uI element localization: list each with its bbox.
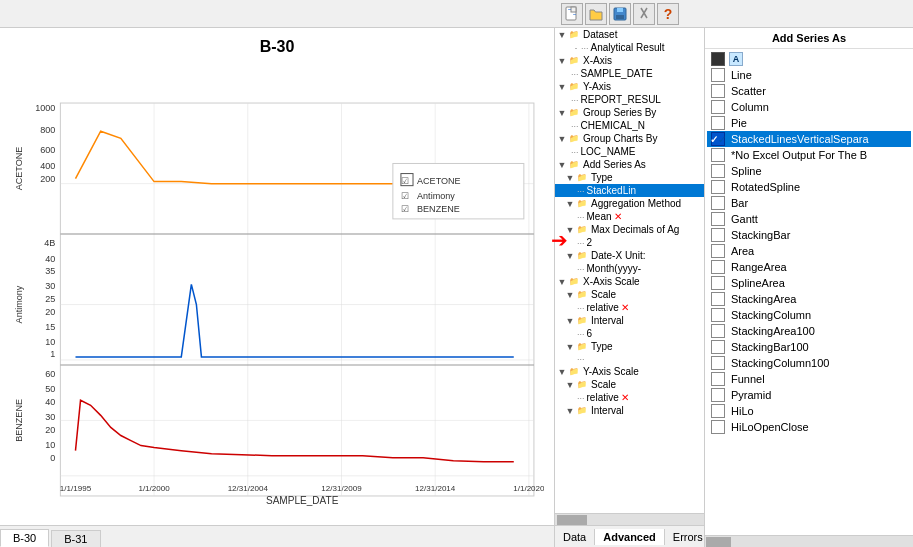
series-checkbox[interactable] <box>711 196 725 210</box>
series-row-pie[interactable]: Pie <box>707 115 911 131</box>
series-row-hilo[interactable]: HiLo <box>707 403 911 419</box>
series-row-area[interactable]: Area <box>707 243 911 259</box>
scrollbar-thumb[interactable] <box>557 515 587 525</box>
series-row-stackedlines[interactable]: ✓ StackedLinesVerticalSepara <box>707 131 911 147</box>
series-row-stackingarea100[interactable]: StackingArea100 <box>707 323 911 339</box>
series-row-scatter[interactable]: Scatter <box>707 83 911 99</box>
tree-label: Scale <box>591 289 616 300</box>
series-checkbox[interactable] <box>711 116 725 130</box>
series-row-line[interactable]: Line <box>707 67 911 83</box>
cut-button[interactable] <box>633 3 655 25</box>
series-row-stackingbar100[interactable]: StackingBar100 <box>707 339 911 355</box>
series-row-funnel[interactable]: Funnel <box>707 371 911 387</box>
series-row-spline[interactable]: Spline <box>707 163 911 179</box>
tree-node-xtype[interactable]: ▼ 📁 Type <box>555 340 704 353</box>
series-checkbox[interactable] <box>711 244 725 258</box>
series-scrollbar[interactable] <box>705 535 913 547</box>
tree-tab-data[interactable]: Data <box>555 529 595 545</box>
tree-node-datexunit[interactable]: ▼ 📁 Date-X Unit: <box>555 249 704 262</box>
delete-icon[interactable]: ✕ <box>621 302 629 313</box>
tree-node-groupseries[interactable]: ▼ 📁 Group Series By <box>555 106 704 119</box>
tree-node-locname[interactable]: ··· LOC_NAME <box>555 145 704 158</box>
tree-node-dataset[interactable]: ▼ 📁 Dataset <box>555 28 704 41</box>
tree-node-month[interactable]: ··· Month(yyyy- <box>555 262 704 275</box>
series-checkbox[interactable] <box>711 148 725 162</box>
series-checkbox[interactable] <box>711 212 725 226</box>
series-row-rotatedspline[interactable]: RotatedSpline <box>707 179 911 195</box>
new-button[interactable] <box>561 3 583 25</box>
tree-node-xaxis[interactable]: ▼ 📁 X-Axis <box>555 54 704 67</box>
svg-text:4B: 4B <box>44 238 55 248</box>
tree-tab-errors[interactable]: Errors <box>665 529 705 545</box>
series-checkbox[interactable] <box>711 164 725 178</box>
series-row-hiloopenclose[interactable]: HiLoOpenClose <box>707 419 911 435</box>
delete-icon[interactable]: ✕ <box>621 392 629 403</box>
tree-node-groupcharts[interactable]: ▼ 📁 Group Charts By <box>555 132 704 145</box>
tree-tab-advanced[interactable]: Advanced <box>595 529 665 545</box>
series-checkbox[interactable] <box>711 420 725 434</box>
tree-node-xtype-val[interactable]: ··· <box>555 353 704 365</box>
delete-icon[interactable]: ✕ <box>614 211 622 222</box>
series-checkbox[interactable] <box>711 100 725 114</box>
tree-node-analytical[interactable]: · ··· Analytical Result <box>555 41 704 54</box>
tree-node-yaxis[interactable]: ▼ 📁 Y-Axis <box>555 80 704 93</box>
tree-node-yinterval[interactable]: ▼ 📁 Interval <box>555 404 704 417</box>
series-checkbox[interactable] <box>711 324 725 338</box>
tree-node-maxdecimals[interactable]: ▼ 📁 Max Decimals of Ag <box>555 223 704 236</box>
series-checkbox[interactable] <box>711 276 725 290</box>
series-row-pyramid[interactable]: Pyramid <box>707 387 911 403</box>
tree-node-aggregation[interactable]: ▼ 📁 Aggregation Method <box>555 197 704 210</box>
tree-node-yscale[interactable]: ▼ 📁 Y-Axis Scale <box>555 365 704 378</box>
series-scrollbar-thumb[interactable] <box>706 537 731 547</box>
series-checkbox[interactable] <box>711 404 725 418</box>
series-row-column[interactable]: Column <box>707 99 911 115</box>
tree-node-yscale-scale[interactable]: ▼ 📁 Scale <box>555 378 704 391</box>
tree-node-relative2[interactable]: ··· relative ✕ <box>555 391 704 404</box>
series-checkbox[interactable] <box>711 372 725 386</box>
series-row-stackingcolumn100[interactable]: StackingColumn100 <box>707 355 911 371</box>
tree-node-type[interactable]: ▼ 📁 Type <box>555 171 704 184</box>
series-row-stackingarea[interactable]: StackingArea <box>707 291 911 307</box>
tree-node-xscale-scale[interactable]: ▼ 📁 Scale <box>555 288 704 301</box>
tree-node-interval-val[interactable]: ··· 6 <box>555 327 704 340</box>
series-row-splinearea[interactable]: SplineArea <box>707 275 911 291</box>
tree-node-stackedlin[interactable]: ··· StackedLin <box>555 184 704 197</box>
folder-icon: 📁 <box>575 316 589 326</box>
help-button[interactable]: ? <box>657 3 679 25</box>
series-row-stackingbar[interactable]: StackingBar <box>707 227 911 243</box>
series-checkbox[interactable] <box>711 84 725 98</box>
series-checkbox-checked[interactable]: ✓ <box>711 132 725 146</box>
tree-node-xscale[interactable]: ▼ 📁 X-Axis Scale <box>555 275 704 288</box>
tree-node-interval[interactable]: ▼ 📁 Interval <box>555 314 704 327</box>
tree-node-mean[interactable]: ··· Mean ✕ <box>555 210 704 223</box>
chart-panel: B-30 <box>0 28 555 547</box>
tree-node-relative1[interactable]: ··· relative ✕ <box>555 301 704 314</box>
folder-icon: 📁 <box>567 82 581 92</box>
open-button[interactable] <box>585 3 607 25</box>
tree-node-decimals-val[interactable]: ··· 2 <box>555 236 704 249</box>
series-checkbox[interactable] <box>711 68 725 82</box>
series-row-rangearea[interactable]: RangeArea <box>707 259 911 275</box>
series-row-gantt[interactable]: Gantt <box>707 211 911 227</box>
series-checkbox[interactable] <box>711 356 725 370</box>
series-row-stackingcolumn[interactable]: StackingColumn <box>707 307 911 323</box>
series-checkbox[interactable] <box>711 388 725 402</box>
series-checkbox[interactable] <box>711 260 725 274</box>
tree-node-addseries[interactable]: ▼ 📁 Add Series As <box>555 158 704 171</box>
tree-scrollbar[interactable] <box>555 513 704 525</box>
series-checkbox[interactable] <box>711 180 725 194</box>
series-row-noexcel[interactable]: *No Excel Output For The B <box>707 147 911 163</box>
series-row-bar[interactable]: Bar <box>707 195 911 211</box>
series-label: Scatter <box>731 85 766 97</box>
series-checkbox[interactable] <box>711 308 725 322</box>
series-checkbox[interactable] <box>711 292 725 306</box>
series-checkbox[interactable] <box>711 228 725 242</box>
save-button[interactable] <box>609 3 631 25</box>
tree-node-chemicaln[interactable]: ··· CHEMICAL_N <box>555 119 704 132</box>
series-checkbox[interactable] <box>711 340 725 354</box>
series-row-icons[interactable]: A <box>707 51 911 67</box>
expand-icon: ▼ <box>565 199 575 209</box>
tree-node-reportresul[interactable]: ··· REPORT_RESUL <box>555 93 704 106</box>
tree-node-sampledate[interactable]: ··· SAMPLE_DATE <box>555 67 704 80</box>
series-header: Add Series As <box>705 28 913 49</box>
